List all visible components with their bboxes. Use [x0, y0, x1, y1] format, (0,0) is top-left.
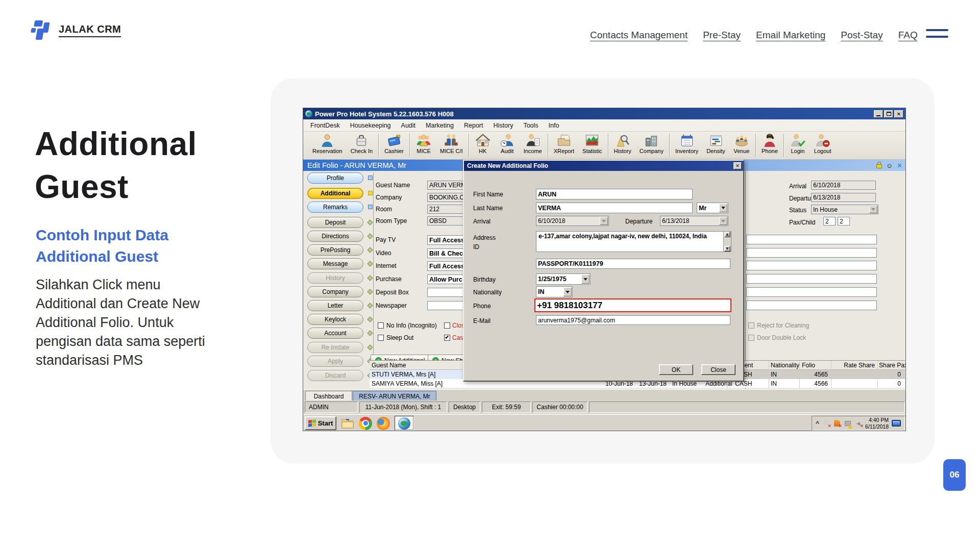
- show-desktop-icon[interactable]: [892, 420, 901, 427]
- sidebar-deposit[interactable]: Deposit: [307, 217, 363, 228]
- col-guest-name[interactable]: Guest Name: [372, 362, 406, 369]
- departure-field[interactable]: 6/13/2018: [811, 193, 876, 202]
- empty-field[interactable]: [746, 248, 877, 258]
- chevron-down-icon[interactable]: [719, 204, 727, 212]
- empty-field[interactable]: [746, 274, 877, 284]
- toolbar-audit[interactable]: Audit: [495, 133, 520, 154]
- action-center-icon[interactable]: ⚐✕: [822, 419, 830, 427]
- toolbar-inventory[interactable]: Inventory: [671, 133, 702, 154]
- chevron-down-icon[interactable]: [581, 274, 590, 284]
- dialog-close-button[interactable]: ✕: [733, 162, 742, 169]
- toolbar-reservation[interactable]: Reservation: [308, 133, 347, 154]
- toolbar-statistic[interactable]: Statistic: [578, 133, 606, 154]
- checkbox-sleep-out[interactable]: [378, 335, 384, 341]
- checkbox-close[interactable]: [444, 322, 450, 329]
- toolbar-mice-ci[interactable]: MICE C/I: [436, 133, 467, 154]
- status-select[interactable]: In House: [811, 205, 878, 214]
- hamburger-menu-icon[interactable]: [926, 29, 948, 42]
- arrival-field[interactable]: 6/10/2018: [811, 181, 876, 190]
- dialog-close-button-text[interactable]: Close: [701, 364, 736, 375]
- toolbar-density[interactable]: Density: [702, 133, 729, 154]
- chevron-down-icon[interactable]: [564, 287, 572, 296]
- nav-contacts-management[interactable]: Contacts Management: [590, 30, 688, 41]
- toolbar-logout[interactable]: Logout: [810, 133, 836, 154]
- toolbar-cashier[interactable]: Cashier: [380, 133, 408, 154]
- file-explorer-icon[interactable]: [341, 417, 354, 430]
- internet-field[interactable]: Full Access: [427, 261, 464, 271]
- toolbar-phone[interactable]: Phone: [757, 133, 782, 154]
- powerpro-taskbar-button[interactable]: [395, 416, 414, 431]
- toolbar-checkin[interactable]: Check In: [347, 133, 377, 154]
- newspaper-field[interactable]: [427, 301, 464, 310]
- purchase-field[interactable]: Allow Purc: [427, 274, 464, 284]
- nav-faq[interactable]: FAQ: [898, 30, 918, 41]
- menu-audit[interactable]: Audit: [396, 122, 421, 129]
- start-button[interactable]: Start: [305, 416, 336, 430]
- empty-field[interactable]: [746, 300, 877, 310]
- sidebar-preposting[interactable]: PrePosting: [307, 244, 363, 256]
- menu-tools[interactable]: Tools: [518, 122, 543, 129]
- sidebar-message[interactable]: Message: [307, 258, 363, 269]
- ok-button[interactable]: OK: [659, 364, 693, 375]
- room-field[interactable]: 212: [427, 205, 464, 214]
- toolbar-company[interactable]: Company: [635, 133, 668, 154]
- firefox-icon[interactable]: [377, 417, 390, 430]
- tab-dashboard[interactable]: Dashboard: [305, 391, 352, 401]
- editfolio-close-icon[interactable]: ✕: [897, 162, 902, 169]
- departure-select[interactable]: 6/13/2018: [660, 216, 728, 226]
- menu-history[interactable]: History: [488, 122, 519, 129]
- col-share-pax[interactable]: Share Pax: [879, 362, 906, 369]
- nav-post-stay[interactable]: Post-Stay: [841, 30, 883, 41]
- empty-field[interactable]: [746, 261, 877, 270]
- address-textarea[interactable]: e-137,amar colony,lajpat nagar-iv, new d…: [536, 231, 731, 252]
- toolbar-xreport[interactable]: XReport: [550, 133, 578, 154]
- empty-field[interactable]: [746, 287, 877, 297]
- network-warning-icon[interactable]: [844, 419, 851, 427]
- birthday-select[interactable]: 1/25/1975: [536, 273, 591, 285]
- title-select[interactable]: Mr: [697, 203, 728, 213]
- first-name-input[interactable]: ARUN: [536, 189, 693, 199]
- menu-report[interactable]: Report: [459, 122, 488, 129]
- sidebar-letter[interactable]: Letter: [307, 300, 363, 311]
- nationality-select[interactable]: IN: [536, 286, 573, 297]
- volume-muted-icon[interactable]: ◄✕: [854, 419, 862, 427]
- scrollbar[interactable]: [723, 232, 731, 252]
- maximize-button[interactable]: [884, 110, 893, 118]
- minimize-button[interactable]: [874, 110, 883, 118]
- sidebar-account[interactable]: Account: [307, 328, 363, 339]
- taskbar-clock[interactable]: 4:40 PM 6/11/2018: [865, 417, 889, 430]
- scroll-down-button[interactable]: [724, 246, 730, 252]
- col-folio[interactable]: Folio: [802, 362, 815, 369]
- checkbox-no-info[interactable]: [378, 322, 384, 329]
- id-input[interactable]: PASSPORT/K0111979: [536, 259, 730, 269]
- guest-face-icon[interactable]: ☺: [886, 162, 893, 169]
- chevron-down-icon[interactable]: [869, 206, 877, 213]
- menu-marketing[interactable]: Marketing: [421, 122, 459, 129]
- pay-tv-field[interactable]: Full Access: [427, 235, 464, 245]
- close-button[interactable]: ✕: [894, 110, 903, 118]
- nav-pre-stay[interactable]: Pre-Stay: [703, 30, 741, 41]
- email-input[interactable]: arunverma1975@gmail.com: [536, 315, 730, 325]
- sidebar-remarks[interactable]: Remarks: [307, 202, 363, 213]
- toolbar-hk[interactable]: HK: [471, 133, 495, 154]
- empty-field[interactable]: [746, 235, 877, 244]
- child-field[interactable]: 2: [838, 217, 850, 226]
- scroll-up-button[interactable]: [724, 232, 730, 237]
- checkbox-cash[interactable]: [444, 335, 450, 341]
- security-alert-icon[interactable]: ✕: [833, 419, 841, 427]
- menu-info[interactable]: Info: [544, 122, 565, 129]
- col-rate-share[interactable]: Rate Share: [832, 362, 875, 369]
- sidebar-keylock[interactable]: Keylock: [307, 314, 363, 325]
- toolbar-history[interactable]: History: [610, 133, 635, 154]
- menu-housekeeping[interactable]: Housekeeping: [345, 122, 396, 129]
- toolbar-mice[interactable]: MICE: [411, 133, 436, 154]
- company-field[interactable]: BOOKING.C: [427, 193, 464, 202]
- lock-icon[interactable]: [876, 164, 882, 168]
- room-type-field[interactable]: OBSD: [427, 216, 464, 226]
- tab-resv-arun-verma[interactable]: RESV- ARUN VERMA, Mr: [353, 391, 436, 401]
- sidebar-additional[interactable]: Additional: [307, 188, 363, 199]
- toolbar-login[interactable]: Login: [786, 133, 810, 154]
- logo[interactable]: JALAK CRM: [29, 18, 121, 42]
- toolbar-venue[interactable]: Venue: [729, 133, 754, 154]
- phone-input[interactable]: +91 9818103177: [534, 298, 731, 312]
